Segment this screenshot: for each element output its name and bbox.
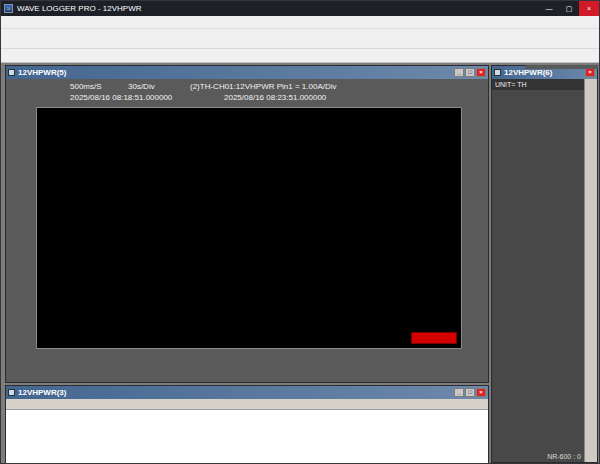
close-button[interactable]: × [579,1,599,16]
table-window: 12VHPWR(3) _ □ × [5,385,489,464]
measurement-table [6,399,488,464]
monitor-close-button[interactable]: × [585,68,595,77]
status-nr600: NR-600 : 0 [492,451,584,462]
channel-scale-label[interactable]: (2)TH-CH01:12VHPWR Pin1 = 1.00A/Div [190,82,337,91]
monitor-main: UNIT= TH NR-600 : 0 [492,79,584,462]
app-icon: ≈ [4,4,13,13]
app-window: ≈ WAVE LOGGER PRO - 12VHPWR — ▢ × 12VHPW… [0,0,600,464]
trace-legend [525,65,598,69]
start-timestamp: 2025/08/16 08:18:51.000000 [70,93,172,102]
time-div-label[interactable]: 30s/Div [128,82,155,91]
app-title: WAVE LOGGER PRO - 12VHPWR [17,4,141,13]
table-window-controls: _ □ × [454,388,486,397]
wave-window-controls: _ □ × [454,68,486,77]
monitor-window-title: 12VHPWR(6) [504,68,552,77]
wave-minimize-button[interactable]: _ [454,68,464,77]
wave-window: 12VHPWR(5) _ □ × 500ms/S 30s/Div (2)TH-C… [5,65,489,383]
table-window-titlebar[interactable]: 12VHPWR(3) _ □ × [6,386,488,399]
monitor-body: UNIT= TH NR-600 : 0 [492,79,597,462]
table-window-title: 12VHPWR(3) [18,388,66,397]
wave-window-body: 500ms/S 30s/Div (2)TH-CH01:12VHPWR Pin1 … [6,79,488,382]
unit-label: UNIT= TH [492,79,584,90]
toolbar-main [1,29,599,49]
monitor-window-icon [494,69,501,76]
wave-window-icon [8,69,15,76]
table-header [6,399,488,410]
monitor-window-controls: × [585,68,595,77]
end-timestamp: 2025/08/16 08:23:51.000000 [224,93,326,102]
mdi-area: 12VHPWR(5) _ □ × 500ms/S 30s/Div (2)TH-C… [1,63,599,463]
table-window-icon [8,389,15,396]
wave-close-button[interactable]: × [476,68,486,77]
waveform-canvas[interactable] [37,108,461,348]
table-minimize-button[interactable]: _ [454,388,464,397]
table-maximize-button[interactable]: □ [465,388,475,397]
table-close-button[interactable]: × [476,388,486,397]
channel-monitor-window: 12VHPWR(6) × UNIT= TH NR-600 : 0 [491,65,598,463]
wave-window-title: 12VHPWR(5) [18,68,66,77]
wave-maximize-button[interactable]: □ [465,68,475,77]
app-titlebar[interactable]: ≈ WAVE LOGGER PRO - 12VHPWR — ▢ × [1,1,599,16]
toolbar-secondary [1,49,599,63]
wave-window-titlebar[interactable]: 12VHPWR(5) _ □ × [6,66,488,79]
menu-bar [1,16,599,29]
channel-blocks [492,90,584,451]
minimize-button[interactable]: — [539,1,559,16]
maximize-button[interactable]: ▢ [559,1,579,16]
sample-rate-label: 500ms/S [70,82,102,91]
side-toolbar [584,79,597,462]
waveform-plot[interactable] [36,107,462,349]
window-controls: — ▢ × [539,1,599,16]
recording-indicator [411,332,457,344]
